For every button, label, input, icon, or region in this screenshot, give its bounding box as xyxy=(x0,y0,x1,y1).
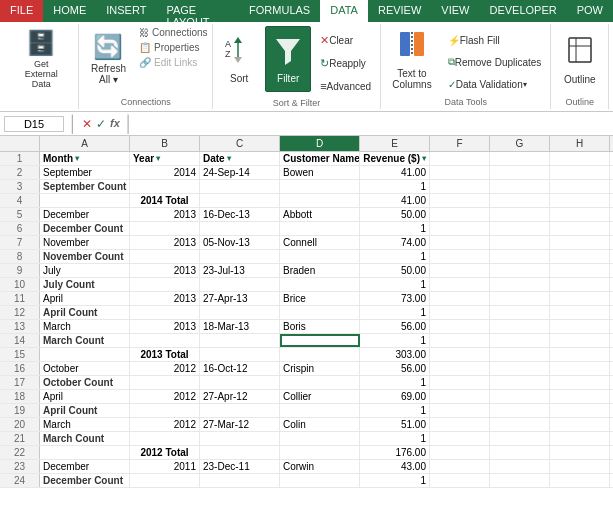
cell[interactable] xyxy=(280,180,360,193)
cell[interactable] xyxy=(430,376,490,389)
cell[interactable] xyxy=(490,152,550,165)
cell[interactable] xyxy=(550,152,610,165)
cell[interactable] xyxy=(200,376,280,389)
cell[interactable]: December xyxy=(40,208,130,221)
cell[interactable] xyxy=(430,180,490,193)
filter-dropdown-icon[interactable]: ▾ xyxy=(156,154,160,163)
cell[interactable] xyxy=(280,376,360,389)
cell[interactable] xyxy=(430,208,490,221)
col-header-g[interactable]: G xyxy=(490,136,550,151)
cell[interactable]: 2013 xyxy=(130,292,200,305)
cell[interactable]: 27-Apr-12 xyxy=(200,390,280,403)
cell[interactable]: 50.00 xyxy=(360,208,430,221)
connections-button[interactable]: ⛓ Connections xyxy=(139,26,208,39)
cell[interactable]: Corwin xyxy=(280,460,360,473)
cell[interactable] xyxy=(550,208,610,221)
cell[interactable] xyxy=(280,348,360,361)
cell[interactable] xyxy=(200,334,280,347)
cell[interactable]: 303.00 xyxy=(360,348,430,361)
cell[interactable]: November xyxy=(40,236,130,249)
cell[interactable]: 41.00 xyxy=(360,194,430,207)
cell[interactable] xyxy=(200,432,280,445)
cell[interactable]: 1 xyxy=(360,376,430,389)
col-header-c[interactable]: C xyxy=(200,136,280,151)
cell[interactable] xyxy=(490,418,550,431)
cell[interactable] xyxy=(550,194,610,207)
insert-function-icon[interactable]: fx xyxy=(110,117,120,131)
cell[interactable]: 2013 xyxy=(130,264,200,277)
tab-formulas[interactable]: FORMULAS xyxy=(239,0,320,22)
tab-review[interactable]: REVIEW xyxy=(368,0,431,22)
cell[interactable] xyxy=(550,320,610,333)
properties-button[interactable]: 📋 Properties xyxy=(139,41,208,54)
cell[interactable] xyxy=(490,460,550,473)
cell[interactable] xyxy=(550,376,610,389)
cell[interactable] xyxy=(490,236,550,249)
cell[interactable]: 51.00 xyxy=(360,418,430,431)
cell[interactable] xyxy=(430,264,490,277)
cell[interactable]: 2012 xyxy=(130,390,200,403)
cell[interactable] xyxy=(490,404,550,417)
cell[interactable]: 176.00 xyxy=(360,446,430,459)
sort-button[interactable]: A Z Sort xyxy=(217,26,261,92)
cell[interactable] xyxy=(490,222,550,235)
col-header-e[interactable]: E xyxy=(360,136,430,151)
cell[interactable] xyxy=(430,432,490,445)
cell[interactable]: Colin xyxy=(280,418,360,431)
cell[interactable] xyxy=(550,362,610,375)
data-validation-button[interactable]: ✓ Data Validation ▾ xyxy=(443,74,547,94)
cell[interactable] xyxy=(200,446,280,459)
cell[interactable] xyxy=(200,474,280,487)
cell[interactable]: 16-Oct-12 xyxy=(200,362,280,375)
cell[interactable] xyxy=(430,348,490,361)
cell[interactable]: 43.00 xyxy=(360,460,430,473)
cell[interactable] xyxy=(490,208,550,221)
cell[interactable] xyxy=(490,306,550,319)
cell[interactable] xyxy=(280,474,360,487)
confirm-formula-icon[interactable]: ✓ xyxy=(96,117,106,131)
refresh-all-button[interactable]: 🔄 RefreshAll ▾ xyxy=(84,26,133,92)
cell[interactable]: 2013 Total xyxy=(130,348,200,361)
advanced-button[interactable]: ≡ Advanced xyxy=(315,76,376,96)
tab-insert[interactable]: INSERT xyxy=(96,0,156,22)
cell[interactable] xyxy=(430,152,490,165)
cell[interactable]: December Count xyxy=(40,474,130,487)
cell[interactable] xyxy=(430,446,490,459)
cell[interactable] xyxy=(430,418,490,431)
cell[interactable]: 1 xyxy=(360,432,430,445)
cell[interactable] xyxy=(550,278,610,291)
cell[interactable] xyxy=(430,278,490,291)
cell[interactable]: March xyxy=(40,320,130,333)
cell[interactable] xyxy=(490,292,550,305)
cell[interactable] xyxy=(430,474,490,487)
cell[interactable]: April xyxy=(40,292,130,305)
cell[interactable]: July xyxy=(40,264,130,277)
reapply-button[interactable]: ↻ Reapply xyxy=(315,53,376,73)
cell[interactable] xyxy=(280,334,360,347)
cell[interactable] xyxy=(550,292,610,305)
cell[interactable]: July Count xyxy=(40,278,130,291)
cell[interactable]: Crispin xyxy=(280,362,360,375)
cell[interactable] xyxy=(280,194,360,207)
cell[interactable] xyxy=(550,236,610,249)
cell[interactable]: Date▾ xyxy=(200,152,280,165)
cell[interactable]: 2012 Total xyxy=(130,446,200,459)
cell[interactable]: 1 xyxy=(360,404,430,417)
cell[interactable]: Year▾ xyxy=(130,152,200,165)
cell[interactable] xyxy=(280,250,360,263)
cell[interactable] xyxy=(280,222,360,235)
tab-view[interactable]: VIEW xyxy=(431,0,479,22)
filter-dropdown-icon[interactable]: ▾ xyxy=(75,154,79,163)
cell[interactable] xyxy=(490,376,550,389)
clear-button[interactable]: ✕ Clear xyxy=(315,30,376,50)
col-header-a[interactable]: A xyxy=(40,136,130,151)
get-external-data-button[interactable]: 🗄️ Get ExternalData xyxy=(10,26,72,92)
cell[interactable] xyxy=(430,166,490,179)
cell[interactable] xyxy=(430,194,490,207)
cell[interactable] xyxy=(550,390,610,403)
cell[interactable] xyxy=(40,194,130,207)
cell-reference-box[interactable] xyxy=(4,116,64,132)
cell[interactable]: Boris xyxy=(280,320,360,333)
cell[interactable]: 41.00 xyxy=(360,166,430,179)
cell[interactable] xyxy=(280,446,360,459)
